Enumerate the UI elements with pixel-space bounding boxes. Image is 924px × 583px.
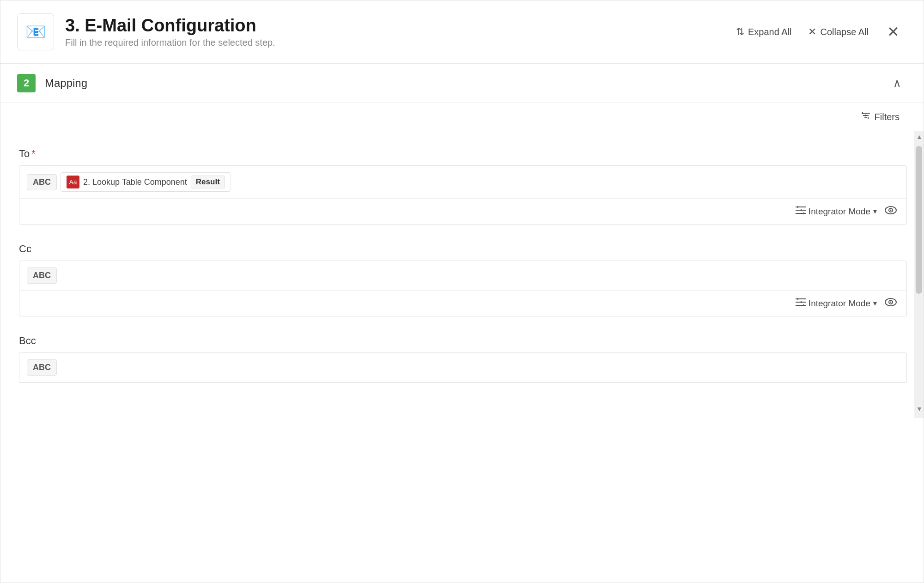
section-header-left: 2 Mapping	[17, 74, 87, 92]
to-integrator-mode-label: Integrator Mode	[808, 206, 870, 217]
integrator-mode-dropdown-arrow: ▾	[873, 207, 877, 216]
close-button[interactable]: ✕	[885, 23, 901, 41]
bcc-label: Bcc	[19, 335, 907, 347]
to-actions-row: Integrator Mode ▾	[19, 199, 906, 224]
cc-integrator-dropdown-arrow: ▾	[873, 299, 877, 308]
page-subtitle: Fill in the required information for the…	[65, 37, 275, 48]
svg-point-14	[890, 210, 892, 211]
scroll-up-arrow[interactable]: ▲	[914, 131, 924, 142]
collapse-icon: ✕	[808, 26, 816, 38]
scrollbar-track: ▲ ▼	[914, 131, 924, 418]
expand-all-label: Expand All	[748, 27, 792, 37]
cc-label: Cc	[19, 243, 907, 255]
cc-integrator-mode-label: Integrator Mode	[808, 298, 870, 309]
collapse-section-button[interactable]: ∧	[893, 77, 901, 90]
cc-field-section: Cc ABC	[19, 243, 907, 316]
lookup-table-icon: Aa	[67, 176, 79, 188]
filters-button[interactable]: Filters	[861, 110, 900, 123]
required-indicator: *	[31, 148, 36, 160]
token-name: 2. Lookup Table Component	[83, 177, 187, 187]
cc-integrator-mode-button[interactable]: Integrator Mode ▾	[796, 298, 877, 309]
expand-icon: ⇅	[736, 26, 744, 38]
to-tokens-row: ABC Aa 2. Lookup Table Component Result	[19, 166, 906, 199]
to-integrator-mode-button[interactable]: Integrator Mode ▾	[796, 206, 877, 217]
to-label: To*	[19, 148, 907, 160]
filters-label: Filters	[875, 112, 900, 122]
svg-point-23	[890, 302, 892, 303]
cc-actions-row: Integrator Mode ▾	[19, 291, 906, 316]
integrator-mode-icon	[796, 206, 806, 217]
scroll-down-arrow[interactable]: ▼	[914, 403, 924, 414]
filter-icon	[861, 110, 871, 123]
abc-badge-to: ABC	[27, 174, 57, 190]
header-title-block: 3. E-Mail Configuration Fill in the requ…	[65, 16, 275, 48]
to-input-box[interactable]: ABC Aa 2. Lookup Table Component Result	[19, 165, 907, 225]
bcc-tokens-row: ABC	[19, 353, 906, 383]
header-actions: ⇅ Expand All ✕ Collapse All ✕	[736, 23, 901, 41]
cc-input-box[interactable]: ABC	[19, 261, 907, 316]
content-area: To* ABC Aa 2. Lookup Table Component Res…	[0, 131, 924, 418]
cc-preview-button[interactable]	[882, 295, 899, 311]
abc-badge-bcc: ABC	[27, 359, 57, 376]
abc-badge-cc: ABC	[27, 267, 57, 284]
form-area: To* ABC Aa 2. Lookup Table Component Res…	[0, 131, 924, 418]
email-icon: 📧	[25, 22, 46, 42]
cc-integrator-mode-icon	[796, 298, 806, 309]
to-preview-button[interactable]	[882, 203, 899, 219]
section-title: Mapping	[45, 77, 87, 90]
email-icon-box: 📧	[17, 13, 54, 50]
cc-tokens-row: ABC	[19, 261, 906, 291]
bcc-field-section: Bcc ABC	[19, 335, 907, 383]
to-field-section: To* ABC Aa 2. Lookup Table Component Res…	[19, 148, 907, 225]
header: 📧 3. E-Mail Configuration Fill in the re…	[0, 0, 924, 64]
token-result: Result	[191, 176, 225, 188]
collapse-all-label: Collapse All	[820, 27, 869, 37]
toolbar-row: Filters	[0, 103, 924, 131]
panel: 📧 3. E-Mail Configuration Fill in the re…	[0, 0, 924, 583]
header-left: 📧 3. E-Mail Configuration Fill in the re…	[17, 13, 275, 50]
section-badge: 2	[17, 74, 36, 92]
page-title: 3. E-Mail Configuration	[65, 16, 275, 36]
lookup-table-token[interactable]: Aa 2. Lookup Table Component Result	[61, 172, 231, 192]
collapse-all-button[interactable]: ✕ Collapse All	[808, 26, 869, 38]
section-header: 2 Mapping ∧	[0, 64, 924, 103]
scrollbar-thumb[interactable]	[916, 146, 922, 294]
expand-all-button[interactable]: ⇅ Expand All	[736, 26, 792, 38]
bcc-input-box[interactable]: ABC	[19, 352, 907, 383]
